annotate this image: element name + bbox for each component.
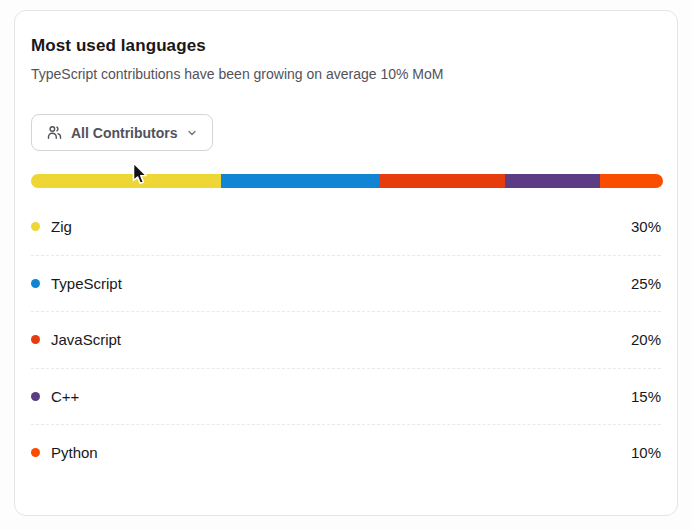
legend-label: C++ (51, 388, 79, 405)
language-legend-list: Zig 30% TypeScript 25% JavaScript 20% C+… (31, 199, 661, 481)
language-usage-stacked-bar (31, 174, 663, 188)
legend-row-python: Python 10% (31, 425, 661, 481)
contributors-filter-button[interactable]: All Contributors (31, 114, 213, 151)
users-icon (46, 124, 63, 141)
legend-row-zig: Zig 30% (31, 199, 661, 256)
legend-dot-typescript (31, 279, 40, 288)
legend-dot-javascript (31, 335, 40, 344)
bar-segment-typescript[interactable] (221, 174, 379, 188)
legend-label: JavaScript (51, 331, 121, 348)
legend-row-javascript: JavaScript 20% (31, 312, 661, 369)
legend-value: 20% (631, 331, 661, 348)
legend-value: 25% (631, 275, 661, 292)
legend-dot-zig (31, 222, 40, 231)
legend-value: 30% (631, 218, 661, 235)
bar-segment-javascript[interactable] (379, 174, 505, 188)
card-subtitle: TypeScript contributions have been growi… (31, 66, 661, 82)
legend-label: TypeScript (51, 275, 122, 292)
legend-label: Python (51, 444, 98, 461)
bar-segment-zig[interactable] (31, 174, 221, 188)
legend-row-typescript: TypeScript 25% (31, 256, 661, 313)
contributors-filter-label: All Contributors (71, 125, 178, 141)
page-title: Most used languages (31, 36, 661, 56)
legend-value: 15% (631, 388, 661, 405)
legend-label: Zig (51, 218, 72, 235)
most-used-languages-card: Most used languages TypeScript contribut… (14, 10, 678, 516)
legend-dot-cpp (31, 392, 40, 401)
bar-segment-cpp[interactable] (505, 174, 600, 188)
legend-row-cpp: C++ 15% (31, 369, 661, 426)
chevron-down-icon (186, 127, 198, 139)
legend-dot-python (31, 448, 40, 457)
legend-value: 10% (631, 444, 661, 461)
bar-segment-python[interactable] (600, 174, 663, 188)
